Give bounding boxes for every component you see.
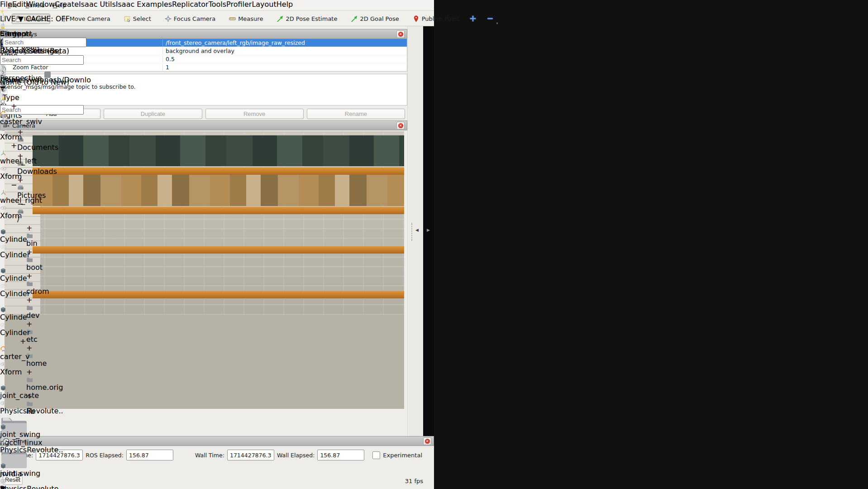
type-column-header[interactable]: Type bbox=[0, 93, 19, 102]
experimental-label: Experimental bbox=[383, 452, 422, 459]
stage-row-caster_swiv[interactable]: +caster_swivXform bbox=[0, 102, 114, 141]
menu-icon[interactable] bbox=[0, 71, 114, 78]
duplicate-button: Duplicate bbox=[104, 109, 202, 119]
stage-row-cylinde[interactable]: CylindeCylinder bbox=[0, 259, 114, 298]
visibility-cell[interactable] bbox=[0, 321, 114, 328]
visibility-cell[interactable] bbox=[0, 400, 114, 407]
property-search-input[interactable] bbox=[3, 38, 86, 47]
isaac-menu-layout[interactable]: Layout bbox=[252, 0, 276, 9]
isaac-menu-create[interactable]: Create bbox=[55, 0, 79, 9]
isaac-menu-edit[interactable]: Edit bbox=[12, 0, 26, 9]
prim-name: Cylinde bbox=[0, 313, 27, 321]
cube-icon bbox=[0, 385, 114, 391]
instanceable-checkbox[interactable] bbox=[44, 72, 51, 78]
close-icon: ✕ bbox=[398, 32, 403, 37]
time-close-button[interactable]: ✕ bbox=[423, 437, 431, 445]
stage-row-wheel_right[interactable]: −wheel_rightXform bbox=[0, 181, 114, 220]
visibility-cell[interactable] bbox=[0, 205, 114, 211]
isaac-menu-profiler[interactable]: Profiler bbox=[226, 0, 252, 9]
eye-icon[interactable] bbox=[0, 439, 114, 446]
visibility-column-header[interactable] bbox=[0, 86, 114, 93]
prim-name-cell: +wheel_left bbox=[0, 141, 114, 165]
property-value[interactable]: 0.5 bbox=[162, 56, 407, 62]
visibility-cell[interactable] bbox=[0, 244, 114, 250]
property-value[interactable]: /front_stereo_camera/left_rgb/image_raw_… bbox=[162, 39, 407, 46]
eye-off-icon[interactable] bbox=[0, 321, 114, 328]
displays-close-button[interactable]: ✕ bbox=[396, 30, 405, 38]
stage-row-cylinde[interactable]: CylindeCylinder bbox=[0, 298, 114, 337]
eye-off-icon[interactable] bbox=[0, 244, 114, 250]
panel-splitter[interactable]: ◀ bbox=[407, 26, 424, 436]
name-column-header[interactable]: Name (Old to New) bbox=[0, 78, 69, 86]
eye-icon[interactable] bbox=[0, 205, 114, 211]
remove-display-icon[interactable]: ▾ bbox=[486, 15, 494, 22]
stage-tree: +caster_swivXform+wheel_leftXform−wheel_… bbox=[0, 102, 114, 489]
camera-close-button[interactable]: ✕ bbox=[396, 122, 405, 129]
property-value[interactable]: 1 bbox=[162, 64, 407, 71]
time-field-input[interactable] bbox=[227, 450, 274, 460]
visibility-cell[interactable] bbox=[0, 361, 114, 368]
expand-icon[interactable]: + bbox=[11, 102, 17, 110]
live-sync-cluster: LIVE ▼ CACHE: OFF bbox=[0, 9, 293, 29]
tool-publish-point[interactable]: Publish Point bbox=[410, 14, 463, 24]
visibility-cell[interactable] bbox=[0, 439, 114, 446]
property-search[interactable] bbox=[3, 31, 110, 47]
cube-icon bbox=[0, 307, 114, 313]
red-pin-icon bbox=[413, 15, 420, 22]
visibility-cell[interactable] bbox=[0, 165, 114, 172]
eye-off-icon[interactable] bbox=[0, 283, 114, 289]
stage-search-input[interactable] bbox=[0, 55, 84, 65]
expand-right-icon[interactable]: ▶ bbox=[427, 228, 430, 232]
stage-row-joint_caste[interactable]: joint_castePhysicsRevolute.. bbox=[0, 376, 114, 415]
visibility-cell[interactable] bbox=[0, 283, 114, 289]
live-dropdown-caret[interactable]: ▼ bbox=[18, 14, 24, 23]
prim-name-cell: Cylinde bbox=[0, 220, 114, 244]
splitter-handle[interactable] bbox=[411, 223, 414, 241]
stage-row-joint_swing[interactable]: joint_swingPhysicsRevolute.. bbox=[0, 454, 114, 489]
expand-icon[interactable]: + bbox=[20, 337, 26, 345]
stage-row-joint_swing[interactable]: joint_swingPhysicsRevolute.. bbox=[0, 415, 114, 454]
time-field-input[interactable] bbox=[317, 450, 364, 460]
stage-search[interactable] bbox=[0, 55, 114, 65]
isaac-menu-tools[interactable]: Tools bbox=[209, 0, 226, 9]
close-icon: ✕ bbox=[425, 439, 430, 444]
eye-icon[interactable] bbox=[0, 400, 114, 407]
stage-row-carter_v[interactable]: +carter_vXform bbox=[0, 337, 114, 376]
visibility-cell[interactable] bbox=[0, 126, 114, 133]
collapse-icon[interactable]: − bbox=[11, 181, 17, 189]
eye-icon[interactable] bbox=[0, 165, 114, 172]
add-display-icon[interactable] bbox=[469, 15, 477, 22]
isaac-menu-window[interactable]: Window bbox=[26, 0, 55, 9]
isaac-menu-isaac-utils[interactable]: Isaac Utils bbox=[79, 0, 116, 9]
expand-icon[interactable]: + bbox=[11, 141, 17, 150]
tool-label: Publish Point bbox=[422, 15, 459, 22]
tab-render-settings[interactable]: Render Settings bbox=[0, 47, 114, 55]
stage-row-wheel_left[interactable]: +wheel_leftXform bbox=[0, 141, 114, 181]
cache-status: OFF bbox=[56, 14, 70, 23]
xform-icon bbox=[0, 110, 114, 117]
isaac-menu-help[interactable]: Help bbox=[277, 0, 293, 9]
isaac-menu-isaac-examples[interactable]: Isaac Examples bbox=[116, 0, 172, 9]
eye-icon[interactable] bbox=[0, 478, 114, 484]
eye-icon[interactable] bbox=[0, 126, 114, 133]
filter-icon[interactable] bbox=[0, 65, 114, 71]
stage-row-cylinde[interactable]: CylindeCylinder bbox=[0, 220, 114, 259]
prim-type: Cylinder bbox=[0, 328, 30, 337]
eye-icon[interactable] bbox=[0, 361, 114, 368]
time-field-input[interactable] bbox=[126, 450, 173, 460]
xform-icon bbox=[0, 345, 114, 352]
isaac-menu-file[interactable]: File bbox=[0, 0, 12, 9]
visibility-cell[interactable] bbox=[0, 478, 114, 484]
prim-name: joint_swing bbox=[0, 430, 40, 439]
prim-name-cell: joint_swing bbox=[0, 415, 114, 439]
isaac-menu-replicator[interactable]: Replicator bbox=[172, 0, 209, 9]
collapse-left-icon[interactable]: ◀ bbox=[415, 228, 419, 232]
tool-2d-goal-pose[interactable]: 2D Goal Pose bbox=[348, 14, 402, 24]
collapsed-panel[interactable]: ▶ bbox=[423, 26, 434, 436]
experimental-checkbox[interactable] bbox=[372, 451, 380, 459]
property-value[interactable]: background and overlay bbox=[162, 48, 407, 54]
prim-type: Xform bbox=[0, 172, 22, 181]
cache-doc-icon bbox=[0, 23, 293, 29]
search-icon bbox=[3, 31, 110, 38]
remove-button: Remove bbox=[205, 109, 304, 119]
